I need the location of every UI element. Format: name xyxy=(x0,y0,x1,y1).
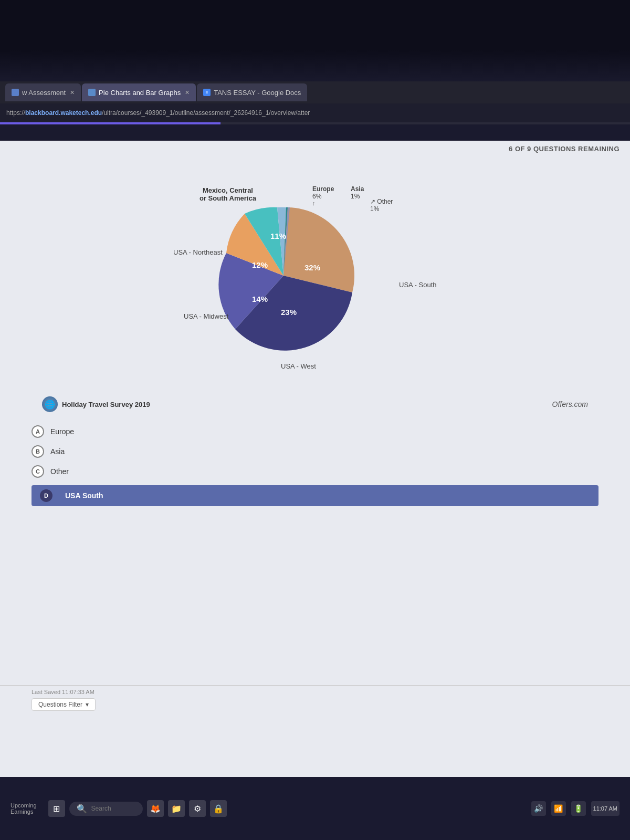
tab-close-pie[interactable]: ✕ xyxy=(185,89,190,96)
search-input[interactable] xyxy=(91,805,133,812)
taskbar-right: 🔊 📶 🔋 11:07 AM xyxy=(531,801,620,816)
taskbar-app-icon-3[interactable]: ⚙ xyxy=(189,800,206,817)
taskbar: Upcoming Earnings ⊞ 🔍 🦊 📁 ⚙ 🔒 🔊 📶 🔋 11:0… xyxy=(0,777,630,840)
progress-bar-fill xyxy=(0,122,220,124)
progress-bar-container xyxy=(0,122,630,124)
pie-labels: Mexico, Central or South America Europe … xyxy=(158,165,472,386)
tab-assessment[interactable]: w Assessment ✕ xyxy=(5,83,81,101)
taskbar-upcoming: Upcoming xyxy=(10,802,37,808)
tab-icon-assessment xyxy=(12,89,19,96)
label-asia: Asia 1% xyxy=(351,185,364,200)
taskbar-right-icon-3[interactable]: 🔋 xyxy=(571,801,586,816)
taskbar-right-icon-1[interactable]: 🔊 xyxy=(531,801,546,816)
search-icon: 🔍 xyxy=(77,804,87,814)
survey-title: Holiday Travel Survey 2019 xyxy=(62,401,150,408)
chart-wrapper: 32% 23% 14% 12% 11% Mexico, Central or S… xyxy=(158,165,472,386)
option-label-d: USA South xyxy=(65,491,103,500)
taskbar-right-icon-2[interactable]: 📶 xyxy=(551,801,566,816)
option-label-a: Europe xyxy=(50,427,74,436)
filter-dropdown-icon: ▾ xyxy=(86,701,89,708)
tab-google-docs[interactable]: ≡ TANS ESSAY - Google Docs xyxy=(197,83,307,101)
main-content: 6 OF 9 QUESTIONS REMAINING xyxy=(0,141,630,777)
tab-label-pie: Pie Charts and Bar Graphs xyxy=(99,89,181,97)
source-details: Holiday Travel Survey 2019 xyxy=(62,401,150,408)
address-strong: blackboard.waketech.edu xyxy=(25,109,102,117)
answer-option-b[interactable]: B Asia xyxy=(32,445,598,458)
tab-pie-charts[interactable]: Pie Charts and Bar Graphs ✕ xyxy=(82,83,196,101)
tab-icon-pie xyxy=(88,89,96,96)
label-usa-midwest: USA - Midwest xyxy=(184,312,228,320)
taskbar-left: Upcoming Earnings xyxy=(10,802,37,815)
option-circle-d: D xyxy=(40,489,52,502)
tab-close-assessment[interactable]: ✕ xyxy=(70,89,75,96)
option-label-c: Other xyxy=(50,467,69,476)
chart-section: 32% 23% 14% 12% 11% Mexico, Central or S… xyxy=(0,155,630,391)
label-europe: Europe 6% ↑ xyxy=(312,185,334,206)
option-circle-b: B xyxy=(32,445,44,458)
taskbar-clock: 11:07 AM xyxy=(591,801,620,816)
option-circle-c: C xyxy=(32,465,44,478)
tab-label-assessment: w Assessment xyxy=(22,89,66,97)
taskbar-app-icon-1[interactable]: 🦊 xyxy=(147,800,164,817)
label-other: ↗ Other 1% xyxy=(370,198,393,213)
taskbar-earnings: Earnings xyxy=(10,808,37,815)
last-saved: Last Saved 11:07:33 AM xyxy=(32,689,598,695)
taskbar-search[interactable]: 🔍 xyxy=(69,802,143,816)
taskbar-app-icon-4[interactable]: 🔒 xyxy=(210,800,227,817)
label-usa-northeast: USA - Northeast xyxy=(173,248,223,256)
label-usa-west: USA - West xyxy=(281,362,316,370)
answer-option-d[interactable]: D USA South xyxy=(32,485,598,506)
source-info: 🌐 Holiday Travel Survey 2019 Offers.com xyxy=(0,391,630,417)
answer-option-a[interactable]: A Europe xyxy=(32,425,598,438)
address-text: https://blackboard.waketech.edu/ultra/co… xyxy=(6,109,310,117)
globe-icon: 🌐 xyxy=(42,396,58,412)
source-left: 🌐 Holiday Travel Survey 2019 xyxy=(42,396,150,412)
answer-options: A Europe B Asia C Other D USA South xyxy=(0,417,630,521)
offers-source: Offers.com xyxy=(552,400,588,408)
tab-bar: w Assessment ✕ Pie Charts and Bar Graphs… xyxy=(0,81,630,103)
start-icon[interactable]: ⊞ xyxy=(48,800,65,817)
top-bezel xyxy=(0,0,630,84)
option-circle-a: A xyxy=(32,425,44,438)
questions-remaining: 6 OF 9 QUESTIONS REMAINING xyxy=(0,141,630,155)
label-usa-south: USA - South xyxy=(399,281,437,289)
tab-label-docs: TANS ESSAY - Google Docs xyxy=(214,89,301,97)
footer-bar: Last Saved 11:07:33 AM Questions Filter … xyxy=(0,685,630,714)
answer-option-c[interactable]: C Other xyxy=(32,465,598,478)
questions-filter-button[interactable]: Questions Filter ▾ xyxy=(32,698,96,711)
tab-icon-docs: ≡ xyxy=(203,89,211,96)
address-bar[interactable]: https://blackboard.waketech.edu/ultra/co… xyxy=(0,103,630,122)
taskbar-app-icon-2[interactable]: 📁 xyxy=(168,800,185,817)
label-mexico-text2: or South America xyxy=(200,194,256,202)
label-mexico: Mexico, Central or South America xyxy=(200,186,256,202)
label-mexico-text: Mexico, Central xyxy=(200,186,256,194)
taskbar-icons: ⊞ 🔍 🦊 📁 ⚙ 🔒 xyxy=(48,800,525,817)
filter-label: Questions Filter xyxy=(38,701,82,708)
option-label-b: Asia xyxy=(50,447,65,456)
browser-chrome: w Assessment ✕ Pie Charts and Bar Graphs… xyxy=(0,81,630,124)
